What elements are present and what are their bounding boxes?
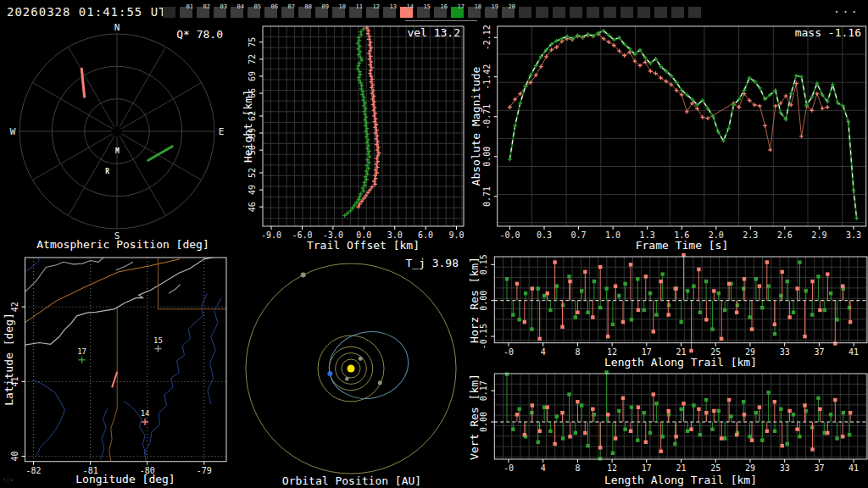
- series-station-14: [515, 392, 853, 453]
- series-station-14: [508, 32, 830, 152]
- frame-indicator-20[interactable]: 20: [502, 7, 515, 18]
- grid: [263, 26, 464, 226]
- plot-border: [263, 26, 464, 226]
- frame-indicator-06[interactable]: 06: [264, 7, 277, 18]
- frame-indicator-15[interactable]: 15: [417, 7, 430, 18]
- station-17-trail: [148, 147, 173, 161]
- atmospheric-position-title: Atmospheric Position [deg]: [8, 238, 237, 251]
- frame-indicator-12[interactable]: 12: [366, 7, 379, 18]
- frame-indicator-blank[interactable]: [587, 7, 599, 18]
- overflow-menu[interactable]: ...: [833, 2, 860, 15]
- svg-text:E: E: [219, 126, 225, 137]
- q-value-label: Q* 78.0: [176, 28, 223, 41]
- frame-indicator-19[interactable]: 19: [485, 7, 498, 18]
- frame-indicator-blank[interactable]: [671, 7, 684, 18]
- y-axis: 0.150.00-0.15: [479, 254, 494, 349]
- horz-res-axis-title: Horz Res [km]: [468, 257, 481, 343]
- frame-indicator-18[interactable]: 18: [468, 7, 481, 18]
- station-label-14: 14: [141, 409, 150, 418]
- frame-indicator-blank[interactable]: [637, 7, 650, 18]
- orbit-plot: [246, 263, 456, 474]
- series-station-17: [508, 29, 859, 220]
- frame-indicator-blank[interactable]: [553, 7, 565, 18]
- svg-text:40: 40: [10, 451, 19, 461]
- svg-text:-0.15: -0.15: [479, 324, 488, 349]
- svg-text:4: 4: [541, 463, 546, 473]
- panel-orbital-position: T_j 3.98 Orbital Position [AU]: [237, 252, 466, 488]
- svg-text:0.00: 0.00: [482, 147, 492, 167]
- svg-text:33: 33: [780, 463, 790, 473]
- frame-indicator-13[interactable]: 13: [383, 7, 396, 18]
- frame-indicator-label: 15: [424, 3, 431, 10]
- plot-border: [498, 26, 866, 226]
- svg-text:-0: -0: [504, 463, 514, 473]
- frame-indicator-blank[interactable]: [688, 7, 701, 18]
- frame-indicator-17[interactable]: 17: [451, 7, 464, 18]
- frame-indicator-08[interactable]: 08: [298, 7, 311, 18]
- frame-indicator-11[interactable]: 11: [349, 7, 362, 18]
- frame-indicator-blank[interactable]: [654, 7, 667, 18]
- station-marker-17: [79, 357, 86, 363]
- svg-text:0.00: 0.00: [479, 291, 488, 311]
- planet-venus: [359, 357, 363, 361]
- svg-text:52: 52: [248, 168, 257, 178]
- panel-horizontal-residuals: -04812172125293337410.150.00-0.15 Horz R…: [466, 252, 868, 370]
- svg-text:0.15: 0.15: [479, 254, 488, 274]
- frame-indicator-09[interactable]: 09: [315, 7, 328, 18]
- planet-mercury: [345, 377, 349, 381]
- river-center: [101, 408, 108, 459]
- x-axis: -0481217212529333741: [504, 343, 859, 357]
- map-grid: [25, 258, 227, 462]
- station-label-17: 17: [77, 347, 86, 356]
- frame-indicator-blank[interactable]: [519, 7, 531, 18]
- frame-indicator-blank[interactable]: [536, 7, 548, 18]
- planet-earth: [327, 371, 332, 376]
- polar-plot: NSEWZMR: [10, 24, 225, 241]
- svg-text:25: 25: [710, 463, 721, 473]
- frame-indicator-02[interactable]: 02: [197, 7, 209, 18]
- velocity-value-label: vel 13.2: [407, 26, 460, 39]
- frame-indicator-label: 17: [458, 3, 465, 10]
- svg-text:0.17: 0.17: [479, 380, 488, 401]
- frame-indicator-14[interactable]: 14: [400, 7, 413, 18]
- frame-indicator-blank[interactable]: [620, 7, 633, 18]
- frame-indicator-07[interactable]: 07: [281, 7, 294, 18]
- svg-text:M: M: [115, 147, 120, 155]
- frame-indicator-label: 11: [356, 3, 363, 10]
- frame-indicator-blank[interactable]: [570, 7, 582, 18]
- fit-line: [509, 30, 856, 218]
- trail-offset-plot: -9.0-6.0-3.00.03.06.09.04649525659626669…: [237, 24, 466, 252]
- frame-indicator-label: 10: [339, 3, 346, 10]
- svg-text:37: 37: [814, 463, 824, 473]
- frame-indicator-label: 01: [186, 3, 193, 10]
- trail-offset-axis-title: Trail Offset [km]: [263, 239, 464, 252]
- frame-indicator-blank[interactable]: [163, 7, 175, 18]
- coast-lake-erie-south: [25, 258, 213, 345]
- station-marker-15: [155, 346, 162, 352]
- frame-indicator-label: 13: [390, 3, 397, 10]
- vertical-residuals-plot: -04812172125293337410.170.00: [466, 370, 868, 488]
- frame-indicator-01[interactable]: 01: [180, 7, 192, 18]
- frame-time-axis-title: Frame Time [s]: [498, 239, 866, 252]
- frame-indicator-blank[interactable]: [604, 7, 616, 18]
- frame-indicator-label: 07: [288, 3, 295, 10]
- frame-indicator-10[interactable]: 10: [332, 7, 345, 18]
- series-station-14: [515, 253, 853, 352]
- svg-text:-1.42: -1.42: [482, 64, 492, 90]
- frame-indicator-label: 08: [305, 3, 312, 10]
- frame-indicator-label: 20: [509, 3, 515, 10]
- plot-mag: -0.00.30.71.01.31.62.02.32.62.93.3-2.12-…: [482, 25, 866, 240]
- x-axis: -0.00.30.71.01.31.62.02.32.62.93.3: [499, 226, 861, 240]
- svg-text:49: 49: [248, 185, 257, 195]
- coast-long-point: [116, 262, 133, 270]
- panel-light-curve: -0.00.30.71.01.31.62.02.32.62.93.3-2.12-…: [466, 24, 868, 252]
- y-axis: 0.170.00: [479, 380, 494, 432]
- frame-indicator-03[interactable]: 03: [214, 7, 226, 18]
- svg-text:21: 21: [676, 463, 687, 473]
- border-pa-ny: [159, 258, 227, 309]
- river-allegheny: [144, 293, 207, 461]
- frame-indicator-04[interactable]: 04: [231, 7, 243, 18]
- grid: [498, 26, 866, 226]
- frame-indicator-16[interactable]: 16: [434, 7, 447, 18]
- frame-indicator-05[interactable]: 05: [248, 7, 260, 18]
